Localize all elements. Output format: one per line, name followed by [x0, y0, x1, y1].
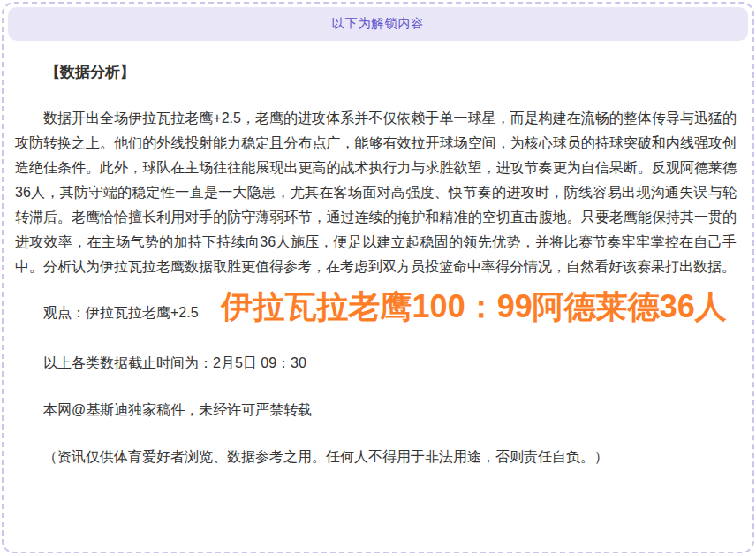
section-heading: 【数据分析】: [15, 62, 737, 82]
disclaimer-line: （资讯仅供体育爱好者浏览、数据参考之用。任何人不得用于非法用途，否则责任自负。）: [15, 445, 737, 469]
viewpoint-label: 观点：伊拉瓦拉老鹰+2.5: [43, 305, 199, 320]
unlock-banner: 以下为解锁内容: [8, 7, 748, 41]
unlock-banner-label: 以下为解锁内容: [332, 16, 425, 32]
copyright-line: 本网@基斯迪独家稿件，未经许可严禁转载: [15, 398, 737, 423]
analysis-paragraph: 数据开出全场伊拉瓦拉老鹰+2.5，老鹰的进攻体系并不仅依赖于单一球星，而是构建在…: [15, 106, 737, 279]
data-cutoff-line: 以上各类数据截止时间为：2月5日 09：30: [15, 351, 737, 376]
viewpoint-line: 观点：伊拉瓦拉老鹰+2.5伊拉瓦拉老鹰100：99阿德莱德36人: [15, 286, 737, 329]
unlocked-content-panel: 以下为解锁内容 【数据分析】 数据开出全场伊拉瓦拉老鹰+2.5，老鹰的进攻体系并…: [2, 2, 754, 553]
score-prediction: 伊拉瓦拉老鹰100：99阿德莱德36人: [222, 288, 727, 324]
article-content: 【数据分析】 数据开出全场伊拉瓦拉老鹰+2.5，老鹰的进攻体系并不仅依赖于单一球…: [4, 41, 752, 469]
